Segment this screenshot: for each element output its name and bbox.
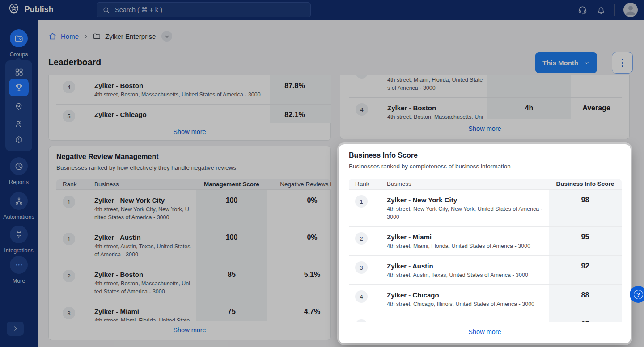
column-header: Business <box>387 180 549 187</box>
card-title: Business Info Score <box>349 151 418 159</box>
rank-badge: 2 <box>355 232 368 245</box>
business-address: 4th street, New York City, New York, Uni… <box>387 205 544 221</box>
business-name: Zylker - New York City <box>387 195 544 205</box>
table-row[interactable]: 1Zylker - New York City4th street, New Y… <box>349 189 622 226</box>
rank-badge: 1 <box>355 195 368 208</box>
table-row[interactable]: 3Zylker - Austin4th street, Austin, Texa… <box>349 255 622 284</box>
column-header: Business Info Score <box>549 180 622 187</box>
rank-badge: 3 <box>355 261 368 274</box>
card-subtitle: Businesses ranked by completeness of bus… <box>349 163 511 170</box>
table-header-row: RankBusinessBusiness Info Score <box>349 179 622 189</box>
table-row[interactable]: 2Zylker - Miami4th street, Miami, Florid… <box>349 226 622 255</box>
help-button[interactable]: ? <box>630 286 644 303</box>
question-mark-icon: ? <box>634 290 643 299</box>
business-name: Zylker - Miami <box>387 232 544 242</box>
score-value: 88 <box>549 285 622 314</box>
show-more-link[interactable]: Show more <box>340 321 630 343</box>
business-name: Zylker - Chicago <box>387 290 544 300</box>
business-name: Zylker - Austin <box>387 261 544 271</box>
score-value: 92 <box>549 256 622 284</box>
business-address: 4th street, Chicago, Illinois, United St… <box>387 300 544 308</box>
business-info-score-card: Business Info Score Businesses ranked by… <box>340 145 630 343</box>
score-value: 95 <box>549 227 622 255</box>
column-header: Rank <box>349 180 387 187</box>
business-address: 4th street, Miami, Florida, United State… <box>387 242 544 250</box>
score-value: 98 <box>549 190 622 226</box>
table-row[interactable]: 4Zylker - Chicago4th street, Chicago, Il… <box>349 284 622 314</box>
rank-badge: 4 <box>355 290 368 303</box>
business-address: 4th street, Austin, Texas, United States… <box>387 271 544 279</box>
